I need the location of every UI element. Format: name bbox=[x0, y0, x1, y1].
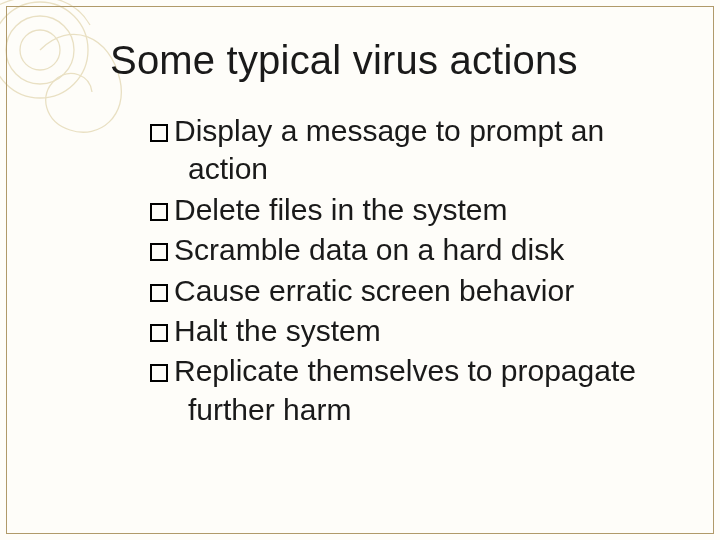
square-bullet-icon bbox=[150, 324, 168, 342]
bullet-list: Display a message to prompt an action De… bbox=[150, 112, 660, 431]
svg-point-1 bbox=[6, 16, 74, 84]
svg-point-2 bbox=[20, 30, 60, 70]
list-item-text: Cause erratic screen behavior bbox=[174, 274, 574, 307]
square-bullet-icon bbox=[150, 124, 168, 142]
list-item: Halt the system bbox=[150, 312, 660, 350]
list-item: Cause erratic screen behavior bbox=[150, 272, 660, 310]
svg-point-0 bbox=[0, 2, 88, 98]
square-bullet-icon bbox=[150, 364, 168, 382]
list-item-text: Replicate themselves to propagate furthe… bbox=[174, 354, 636, 425]
list-item-text: Halt the system bbox=[174, 314, 381, 347]
list-item-text: Display a message to prompt an action bbox=[174, 114, 604, 185]
list-item-text: Scramble data on a hard disk bbox=[174, 233, 564, 266]
list-item: Display a message to prompt an action bbox=[150, 112, 660, 189]
square-bullet-icon bbox=[150, 284, 168, 302]
list-item: Delete files in the system bbox=[150, 191, 660, 229]
square-bullet-icon bbox=[150, 243, 168, 261]
list-item: Scramble data on a hard disk bbox=[150, 231, 660, 269]
list-item: Replicate themselves to propagate furthe… bbox=[150, 352, 660, 429]
list-item-text: Delete files in the system bbox=[174, 193, 507, 226]
slide-title: Some typical virus actions bbox=[110, 38, 578, 83]
square-bullet-icon bbox=[150, 203, 168, 221]
slide: Some typical virus actions Display a mes… bbox=[0, 0, 720, 540]
